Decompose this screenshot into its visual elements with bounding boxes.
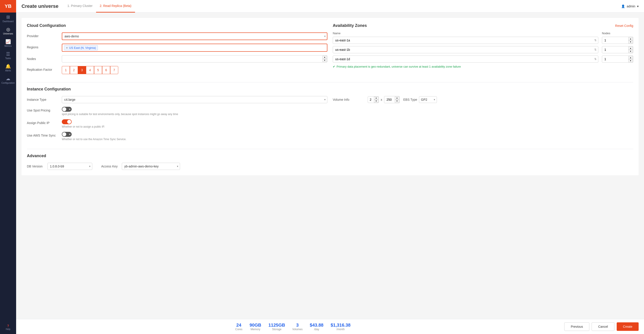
az-nodes-up-1[interactable]: ▲ — [628, 46, 633, 50]
stat-item-1: 90GB Memory — [250, 322, 261, 331]
spot-pricing-toggle[interactable]: ✕ — [62, 107, 72, 112]
az-nodes-up-0[interactable]: ▲ — [628, 37, 633, 40]
stat-value-3: 3 — [296, 322, 299, 328]
instance-type-label: Instance Type — [27, 96, 58, 102]
stat-label-5: /month — [336, 328, 345, 331]
az-name-select-wrapper-1: us-east-1b ⇅ — [333, 46, 598, 53]
provider-label: Provider — [27, 32, 58, 38]
sidebar-help[interactable]: ❓ Help — [0, 322, 16, 334]
sidebar-item-universes[interactable]: ◎ Universes — [0, 25, 16, 37]
footer-actions: Previous Cancel Create — [564, 322, 639, 331]
geo-redundant-message: ✔ Primary data placement is geo-redundan… — [333, 65, 633, 68]
az-nodes-col-header: Nodes — [602, 32, 633, 35]
instance-config-section: Instance Configuration Instance Type c4.… — [27, 87, 633, 144]
rf-btn-4[interactable]: 4 — [86, 66, 94, 74]
volume-count-wrapper: ▲ ▼ — [368, 96, 379, 103]
previous-button[interactable]: Previous — [564, 322, 589, 331]
rf-btn-2[interactable]: 2 — [70, 66, 78, 74]
stat-item-2: 1125GB Storage — [268, 322, 285, 331]
create-button[interactable]: Create — [617, 322, 639, 331]
sidebar-item-metrics[interactable]: 📈 Metrics — [0, 37, 16, 50]
regions-row: Regions × US East (N. Virginia) — [27, 44, 327, 52]
rf-btn-3[interactable]: 3 — [78, 66, 86, 74]
volume-size-up[interactable]: ▲ — [395, 96, 399, 100]
instance-type-control: c4.large ▾ — [62, 96, 327, 103]
ebs-type-select[interactable]: GP2 — [419, 96, 437, 103]
access-key-select-wrapper: yb-admin-aws-demo-key ▾ — [122, 163, 180, 170]
db-version-select-wrapper: 1.0.8.0-b9 ▾ — [48, 163, 92, 170]
tab-primary-cluster[interactable]: 1. Primary Cluster — [64, 0, 96, 12]
rf-btn-6[interactable]: 6 — [102, 66, 110, 74]
az-name-select-0[interactable]: us-east-1a — [333, 37, 598, 44]
az-nodes-up-2[interactable]: ▲ — [628, 56, 633, 59]
nodes-input[interactable]: 3 — [62, 55, 327, 62]
nodes-up[interactable]: ▲ — [322, 56, 327, 59]
nodes-control: 3 ▲ ▼ — [62, 55, 327, 62]
stat-value-2: 1125GB — [268, 322, 285, 328]
az-nodes-down-1[interactable]: ▼ — [628, 50, 633, 53]
db-version-field: DB Version 1.0.8.0-b9 ▾ — [27, 163, 92, 170]
dashboard-icon: ⊞ — [6, 15, 10, 19]
user-menu[interactable]: 👤 admin ▾ — [621, 4, 639, 8]
sidebar-item-alerts[interactable]: 🔔 Alerts — [0, 62, 16, 74]
checkmark-icon: ✔ — [333, 65, 335, 68]
az-name-select-wrapper-0: us-east-1a ⇅ — [333, 37, 598, 44]
assign-ip-row: Assign Public IP Whether or not to assig… — [27, 119, 327, 128]
stat-value-5: $1,316.38 — [330, 322, 350, 328]
region-tag-x[interactable]: × — [66, 46, 68, 50]
spot-pricing-control: ✕ spot pricing is suitable for test envi… — [62, 107, 327, 116]
stat-item-5: $1,316.38 /month — [330, 322, 350, 331]
rf-btn-5[interactable]: 5 — [94, 66, 102, 74]
instance-type-select-wrapper: c4.large ▾ — [62, 96, 327, 103]
replication-control: 1234567 — [62, 66, 327, 74]
main-area: Create universe 1. Primary Cluster 2. Re… — [16, 0, 644, 334]
instance-left: Instance Type c4.large ▾ — [27, 96, 327, 144]
assign-ip-toggle[interactable] — [62, 119, 72, 124]
db-version-select[interactable]: 1.0.8.0-b9 — [48, 163, 92, 170]
az-name-select-2[interactable]: us-east-1d — [333, 56, 598, 63]
az-nodes-down-0[interactable]: ▼ — [628, 40, 633, 44]
sidebar-item-tasks[interactable]: ☰ Tasks — [0, 50, 16, 62]
nodes-down[interactable]: ▼ — [322, 59, 327, 62]
sidebar-item-configuration[interactable]: ☁ Configuration — [0, 74, 16, 86]
volume-info-control: ▲ ▼ x ▲ — [368, 96, 633, 103]
az-row: us-east-1a ⇅ ▲ ▼ — [333, 37, 633, 44]
instance-right: Volume Info ▲ ▼ — [333, 96, 633, 144]
access-key-field: Access Key yb-admin-aws-demo-key ▾ — [101, 163, 180, 170]
sidebar-label-dashboard: Dashboard — [3, 20, 14, 22]
volume-size-down[interactable]: ▼ — [395, 100, 399, 103]
rf-btn-1[interactable]: 1 — [62, 66, 70, 74]
volume-count-up[interactable]: ▲ — [374, 96, 378, 100]
volume-size-input-wrapper: ▲ ▼ — [384, 96, 400, 103]
spot-pricing-row: Use Spot Pricing ✕ spot pricing is suita… — [27, 107, 327, 116]
az-nodes-down-2[interactable]: ▼ — [628, 59, 633, 62]
stat-label-1: Memory — [250, 328, 260, 331]
access-key-select[interactable]: yb-admin-aws-demo-key — [122, 163, 180, 170]
stat-label-3: Volumes — [292, 328, 302, 331]
cancel-button[interactable]: Cancel — [592, 322, 614, 331]
instance-type-row: Instance Type c4.large ▾ — [27, 96, 327, 103]
configuration-icon: ☁ — [6, 76, 10, 81]
advanced-title: Advanced — [27, 154, 633, 158]
advanced-section: Advanced DB Version 1.0.8.0-b9 ▾ Access … — [27, 154, 633, 170]
reset-config-button[interactable]: Reset Config — [615, 24, 633, 28]
instance-type-select[interactable]: c4.large — [62, 96, 327, 103]
rf-btn-7[interactable]: 7 — [110, 66, 118, 74]
footer-stats: 24 Cores 90GB Memory 1125GB Storage 3 Vo… — [22, 322, 564, 331]
volume-size-spinners: ▲ ▼ — [395, 96, 399, 103]
region-input-wrapper[interactable]: × US East (N. Virginia) — [62, 44, 327, 52]
az-nodes-spinners-1: ▲ ▼ — [628, 46, 633, 53]
sidebar-item-dashboard[interactable]: ⊞ Dashboard — [0, 12, 16, 25]
cloud-config-title: Cloud Configuration — [27, 23, 327, 28]
aws-time-toggle[interactable]: ✕ — [62, 132, 72, 137]
db-version-label: DB Version — [27, 164, 45, 168]
tab-read-replica[interactable]: 2. Read Replica (Beta) — [96, 0, 135, 12]
volume-count-down[interactable]: ▼ — [374, 100, 378, 103]
universes-icon: ◎ — [6, 27, 10, 32]
provider-select[interactable]: aws-demo — [62, 32, 327, 40]
regions-control: × US East (N. Virginia) — [62, 44, 327, 52]
az-name-select-1[interactable]: us-east-1b — [333, 46, 598, 53]
two-col-layout: Cloud Configuration Provider aws-demo ▾ — [27, 23, 633, 78]
az-nodes-wrap-0: ▲ ▼ — [602, 37, 633, 44]
instance-two-col: Instance Type c4.large ▾ — [27, 96, 633, 144]
